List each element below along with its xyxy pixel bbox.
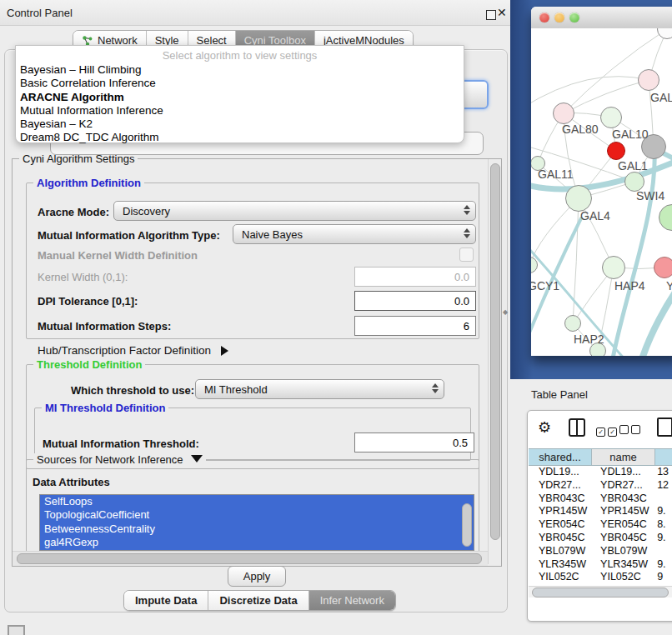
table-cell: YDR27... — [594, 479, 655, 492]
network-canvas[interactable]: GALGAL80GAL10GAL1GAL11SWI4GAL4GCY1HAP4YH… — [531, 28, 672, 356]
algorithm-option[interactable]: Basic Correlation Inference — [16, 77, 464, 90]
table-cell: YBR043C — [594, 492, 655, 506]
select-all-checks-icon[interactable]: ✓✓ — [596, 422, 619, 438]
mi-steps-field[interactable]: 6 — [354, 316, 476, 336]
algorithm-option[interactable]: Bayesian – K2 — [16, 118, 464, 131]
apply-button[interactable]: Apply — [228, 566, 286, 587]
algorithm-option[interactable]: Mutual Information Inference — [16, 104, 464, 118]
close-icon[interactable]: ✕ — [497, 6, 507, 19]
node-gal4[interactable] — [565, 185, 592, 212]
node-label: GAL — [650, 91, 672, 104]
dpi-tolerance-field[interactable]: 0.0 — [354, 291, 476, 311]
table-cell: 9. — [655, 558, 672, 572]
table-cell: YIL052C — [594, 571, 655, 584]
node-salmon[interactable] — [654, 257, 672, 278]
horizontal-scrollbar-thumb[interactable] — [17, 553, 482, 564]
combo-arrows-icon — [464, 205, 470, 215]
table-row[interactable]: YLR345WYLR345W9. — [529, 558, 672, 572]
aracne-mode-label: Aracne Mode: — [38, 206, 109, 218]
aracne-mode-combo[interactable]: Discovery — [113, 201, 476, 221]
table-row[interactable]: YBL079WYBL079W — [529, 545, 672, 558]
table-row[interactable]: YER054CYER054C8. — [529, 518, 672, 532]
node-label: HAP2 — [574, 332, 604, 346]
data-attribute-item[interactable]: BetweennessCentrality — [40, 522, 474, 536]
close-traffic-light[interactable] — [539, 12, 549, 22]
table-cell: YBR045C — [594, 532, 655, 545]
tab-impute-data[interactable]: Impute Data — [124, 591, 208, 610]
split-columns-icon[interactable] — [569, 418, 585, 437]
algorithm-dropdown: Select algorithm to view settings Bayesi… — [15, 45, 464, 143]
table-body: YDL19...YDL19...13YDR27...YDR27...12YBR0… — [529, 466, 672, 585]
algorithm-option[interactable]: Dream8 DC_TDC Algorithm — [16, 131, 464, 144]
collapse-down-icon — [191, 455, 203, 462]
table-row[interactable]: YBR045CYBR045C9. — [529, 532, 672, 545]
horizontal-scrollbar[interactable] — [13, 551, 488, 566]
table-row[interactable]: YBR043CYBR043C — [529, 492, 672, 506]
table-horizontal-scrollbar[interactable] — [529, 586, 672, 598]
new-table-icon[interactable] — [657, 418, 672, 437]
which-threshold-label: Which threshold to use: — [71, 384, 194, 397]
bottom-tabbar: Impute Data Discretize Data Infer Networ… — [123, 590, 396, 611]
kernel-width-label: Kernel Width (0,1): — [38, 271, 128, 283]
data-attributes-list: SelfLoopsTopologicalCoefficientBetweenne… — [39, 494, 474, 551]
table-row[interactable]: YIL052CYIL052C9 — [529, 571, 672, 584]
zoom-traffic-light[interactable] — [569, 12, 579, 22]
table-cell: YIL052C — [529, 571, 594, 584]
table-cell: 9 — [655, 571, 672, 584]
manual-kernel-label: Manual Kernel Width Definition — [38, 249, 198, 262]
panel-divider-grip[interactable]: ◆ — [503, 309, 508, 316]
table-row[interactable]: YPR145WYPR145W9. — [529, 505, 672, 518]
hub-definition-toggle[interactable]: Hub/Transcription Factor Definition — [38, 344, 228, 357]
table-cell: YDR27... — [529, 479, 594, 492]
column-header-shared[interactable]: shared... — [529, 449, 592, 465]
mi-type-combo[interactable]: Naive Bayes — [233, 224, 476, 244]
sources-title[interactable]: Sources for Network Inference — [33, 453, 206, 466]
manual-kernel-checkbox[interactable] — [459, 248, 474, 262]
dpi-tolerance-label: DPI Tolerance [0,1]: — [38, 295, 138, 308]
minimize-traffic-light[interactable] — [554, 12, 564, 22]
node-label: HAP4 — [614, 279, 645, 292]
node-hap2[interactable] — [564, 315, 581, 332]
mi-threshold-title: MI Threshold Definition — [42, 402, 168, 414]
which-threshold-combo[interactable]: MI Threshold — [195, 379, 444, 399]
data-attribute-item[interactable]: TopologicalCoefficient — [40, 508, 474, 522]
combo-arrows-icon — [464, 228, 470, 238]
algorithm-option[interactable]: ARACNE Algorithm — [16, 91, 464, 104]
table-cell: YDL19... — [594, 466, 655, 479]
table-scrollbar-thumb[interactable] — [532, 588, 669, 598]
node-label: GAL11 — [538, 168, 574, 181]
kernel-width-field[interactable]: 0.0 — [354, 267, 476, 287]
table-cell: YPR145W — [594, 505, 655, 518]
table-cell: 9. — [655, 532, 672, 545]
table-row[interactable]: YDR27...YDR27...12 — [529, 479, 672, 492]
node-hap4[interactable] — [602, 256, 625, 279]
tab-discretize-data[interactable]: Discretize Data — [208, 591, 308, 610]
table-cell: YER054C — [594, 518, 655, 532]
vertical-scrollbar[interactable] — [488, 159, 501, 564]
gear-icon[interactable]: ⚙ — [538, 418, 551, 437]
float-window-icon[interactable] — [486, 10, 496, 20]
data-attribute-item[interactable]: gal4RGexp — [40, 536, 474, 549]
tab-infer-network[interactable]: Infer Network — [309, 591, 395, 610]
list-scrollbar-thumb[interactable] — [462, 503, 472, 547]
column-header-name[interactable]: name — [592, 449, 655, 465]
node-gal80[interactable] — [553, 102, 574, 124]
data-attribute-item[interactable]: SelfLoops — [40, 495, 474, 508]
table-cell: YBR043C — [529, 492, 594, 506]
node-label: SWI4 — [636, 189, 664, 202]
table-cell: YBR045C — [529, 532, 594, 545]
network-window: GALGAL80GAL10GAL1GAL11SWI4GAL4GCY1HAP4YH… — [531, 7, 672, 356]
threshold-definition-title: Threshold Definition — [33, 358, 145, 371]
data-attributes-label: Data Attributes — [33, 476, 110, 488]
column-header-extra[interactable] — [655, 449, 672, 465]
table-row[interactable]: YDL19...YDL19...13 — [529, 466, 672, 479]
node-red[interactable] — [607, 142, 625, 160]
node-gal10[interactable] — [600, 107, 622, 128]
algorithm-option[interactable]: Bayesian – Hill Climbing — [16, 63, 464, 77]
bottom-left-chip[interactable] — [8, 625, 25, 635]
node-pink-top[interactable] — [638, 69, 659, 91]
mi-threshold-field[interactable]: 0.5 — [354, 432, 474, 452]
vertical-scrollbar-thumb[interactable] — [490, 163, 500, 540]
deselect-all-icon[interactable] — [619, 422, 643, 438]
network-window-titlebar[interactable] — [531, 7, 672, 29]
